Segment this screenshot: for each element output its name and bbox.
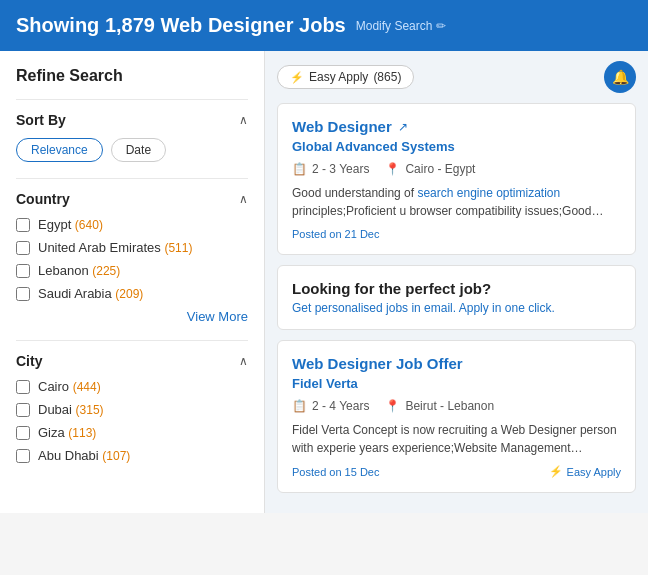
filter-bar: ⚡ Easy Apply (865) 🔔: [277, 61, 636, 93]
sort-date-button[interactable]: Date: [111, 138, 166, 162]
country-view-more[interactable]: View More: [16, 309, 248, 324]
country-chevron: ∧: [239, 192, 248, 206]
filter-giza: Giza (113): [16, 425, 248, 440]
city-section: City ∧ Cairo (444) Dubai (315) Giza (113…: [16, 340, 248, 463]
company-name-2: Fidel Verta: [292, 376, 621, 391]
country-section: Country ∧ Egypt (640) United Arab Emirat…: [16, 178, 248, 324]
location-text-2: Beirut - Lebanon: [405, 399, 494, 413]
filter-dubai: Dubai (315): [16, 402, 248, 417]
main-layout: Refine Search Sort By ∧ Relevance Date C…: [0, 51, 648, 513]
filter-cairo: Cairo (444): [16, 379, 248, 394]
job-footer-2: Posted on 15 Dec ⚡ Easy Apply: [292, 465, 621, 478]
easy-apply-label: Easy Apply: [309, 70, 368, 84]
sort-by-header: Sort By ∧: [16, 112, 248, 128]
easy-apply-lightning-2: ⚡: [549, 465, 563, 478]
filter-dubai-label: Dubai (315): [38, 402, 104, 417]
checkbox-saudi[interactable]: [16, 287, 30, 301]
promo-title: Looking for the perfect job?: [292, 280, 621, 297]
easy-apply-filter[interactable]: ⚡ Easy Apply (865): [277, 65, 414, 89]
sort-by-label: Sort By: [16, 112, 66, 128]
sort-relevance-button[interactable]: Relevance: [16, 138, 103, 162]
page-title: Showing 1,879 Web Designer Jobs: [16, 14, 346, 37]
job-title-row-1: Web Designer ↗: [292, 118, 621, 135]
checkbox-lebanon[interactable]: [16, 264, 30, 278]
job-title-row-2: Web Designer Job Offer: [292, 355, 621, 372]
location-1: 📍 Cairo - Egypt: [385, 162, 475, 176]
modify-search-link[interactable]: Modify Search ✏: [356, 19, 447, 33]
promo-link[interactable]: Get personalised jobs in email. Apply in…: [292, 301, 555, 315]
filter-abudhabi-label: Abu Dhabi (107): [38, 448, 130, 463]
location-text-1: Cairo - Egypt: [405, 162, 475, 176]
experience-1: 📋 2 - 3 Years: [292, 162, 369, 176]
posted-date-1: Posted on 21 Dec: [292, 228, 621, 240]
job-desc-2: Fidel Verta Concept is now recruiting a …: [292, 421, 621, 457]
promo-card: Looking for the perfect job? Get persona…: [277, 265, 636, 330]
sidebar: Refine Search Sort By ∧ Relevance Date C…: [0, 51, 265, 513]
city-chevron: ∧: [239, 354, 248, 368]
filter-uae: United Arab Emirates (511): [16, 240, 248, 255]
filter-saudi-label: Saudi Arabia (209): [38, 286, 143, 301]
right-panel: ⚡ Easy Apply (865) 🔔 Web Designer ↗ Glob…: [265, 51, 648, 513]
checkbox-egypt[interactable]: [16, 218, 30, 232]
job-title-1[interactable]: Web Designer: [292, 118, 392, 135]
checkbox-cairo[interactable]: [16, 380, 30, 394]
notification-bell-button[interactable]: 🔔: [604, 61, 636, 93]
sort-by-section: Sort By ∧ Relevance Date: [16, 99, 248, 162]
easy-apply-text-2: Easy Apply: [567, 466, 621, 478]
briefcase-icon-2: 📋: [292, 399, 307, 413]
filter-cairo-label: Cairo (444): [38, 379, 101, 394]
company-name-1: Global Advanced Systems: [292, 139, 621, 154]
city-header: City ∧: [16, 353, 248, 369]
lightning-icon: ⚡: [290, 71, 304, 84]
experience-text-1: 2 - 3 Years: [312, 162, 369, 176]
filter-lebanon-label: Lebanon (225): [38, 263, 120, 278]
location-2: 📍 Beirut - Lebanon: [385, 399, 494, 413]
checkbox-abudhabi[interactable]: [16, 449, 30, 463]
job-desc-1: Good understanding of search engine opti…: [292, 184, 621, 220]
filter-saudi: Saudi Arabia (209): [16, 286, 248, 301]
filter-lebanon: Lebanon (225): [16, 263, 248, 278]
header: Showing 1,879 Web Designer Jobs Modify S…: [0, 0, 648, 51]
easy-apply-count: (865): [373, 70, 401, 84]
refine-search-title: Refine Search: [16, 67, 248, 85]
sort-buttons: Relevance Date: [16, 138, 248, 162]
location-icon-2: 📍: [385, 399, 400, 413]
easy-apply-tag-2: ⚡ Easy Apply: [549, 465, 621, 478]
job-meta-1: 📋 2 - 3 Years 📍 Cairo - Egypt: [292, 162, 621, 176]
checkbox-giza[interactable]: [16, 426, 30, 440]
city-label: City: [16, 353, 42, 369]
bell-icon: 🔔: [612, 69, 629, 85]
filter-egypt: Egypt (640): [16, 217, 248, 232]
job-meta-2: 📋 2 - 4 Years 📍 Beirut - Lebanon: [292, 399, 621, 413]
job-title-2[interactable]: Web Designer Job Offer: [292, 355, 463, 372]
country-label: Country: [16, 191, 70, 207]
checkbox-uae[interactable]: [16, 241, 30, 255]
job-card-2: Web Designer Job Offer Fidel Verta 📋 2 -…: [277, 340, 636, 493]
posted-date-2: Posted on 15 Dec: [292, 466, 379, 478]
pencil-icon: ✏: [436, 19, 446, 33]
promo-text: Get personalised jobs in email. Apply in…: [292, 301, 621, 315]
filter-uae-label: United Arab Emirates (511): [38, 240, 192, 255]
sort-by-chevron: ∧: [239, 113, 248, 127]
experience-2: 📋 2 - 4 Years: [292, 399, 369, 413]
job-card-1: Web Designer ↗ Global Advanced Systems 📋…: [277, 103, 636, 255]
filter-abudhabi: Abu Dhabi (107): [16, 448, 248, 463]
checkbox-dubai[interactable]: [16, 403, 30, 417]
briefcase-icon-1: 📋: [292, 162, 307, 176]
external-link-icon-1[interactable]: ↗: [398, 120, 408, 134]
filter-giza-label: Giza (113): [38, 425, 96, 440]
experience-text-2: 2 - 4 Years: [312, 399, 369, 413]
location-icon-1: 📍: [385, 162, 400, 176]
filter-egypt-label: Egypt (640): [38, 217, 103, 232]
country-header: Country ∧: [16, 191, 248, 207]
